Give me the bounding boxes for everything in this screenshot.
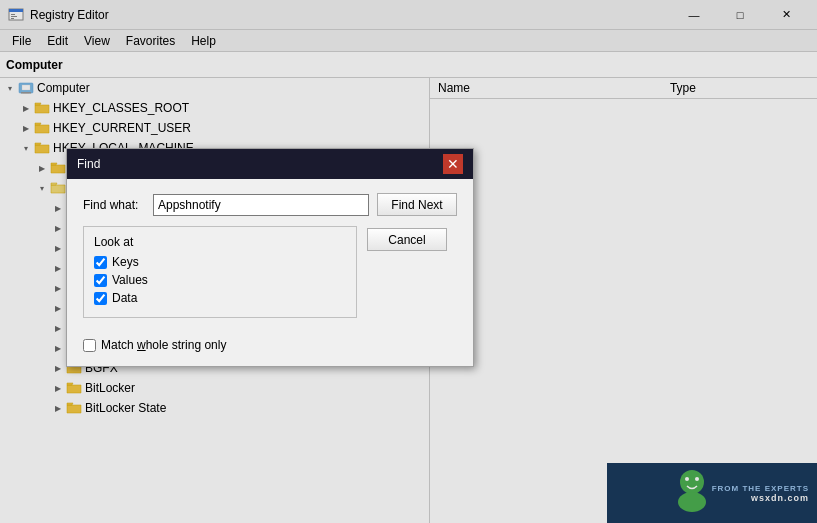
match-label: Match whole string only [101, 338, 226, 352]
match-row: Match whole string only [83, 338, 457, 352]
find-what-row: Find what: Find Next [83, 193, 457, 216]
look-at-label: Look at [94, 235, 344, 249]
checkbox-values-label: Values [112, 273, 148, 287]
checkbox-keys[interactable] [94, 256, 107, 269]
dialog-title-text: Find [77, 157, 443, 171]
match-underline: w [137, 338, 146, 352]
checkbox-keys-row: Keys [94, 255, 344, 269]
checkbox-data-label: Data [112, 291, 137, 305]
checkbox-data[interactable] [94, 292, 107, 305]
find-what-label: Find what: [83, 198, 153, 212]
dialog-close-button[interactable]: ✕ [443, 154, 463, 174]
checkbox-keys-label: Keys [112, 255, 139, 269]
checkbox-values-row: Values [94, 273, 344, 287]
find-dialog: Find ✕ Find what: Find Next Look at Keys [66, 148, 474, 367]
checkbox-match[interactable] [83, 339, 96, 352]
checkbox-values[interactable] [94, 274, 107, 287]
checkbox-data-row: Data [94, 291, 344, 305]
find-what-input[interactable] [153, 194, 369, 216]
find-next-button[interactable]: Find Next [377, 193, 457, 216]
look-at-section: Look at Keys Values Data [83, 226, 357, 318]
dialog-body: Find what: Find Next Look at Keys Values [67, 179, 473, 366]
cancel-button[interactable]: Cancel [367, 228, 447, 251]
dialog-title-bar: Find ✕ [67, 149, 473, 179]
dialog-overlay: Find ✕ Find what: Find Next Look at Keys [0, 0, 817, 523]
